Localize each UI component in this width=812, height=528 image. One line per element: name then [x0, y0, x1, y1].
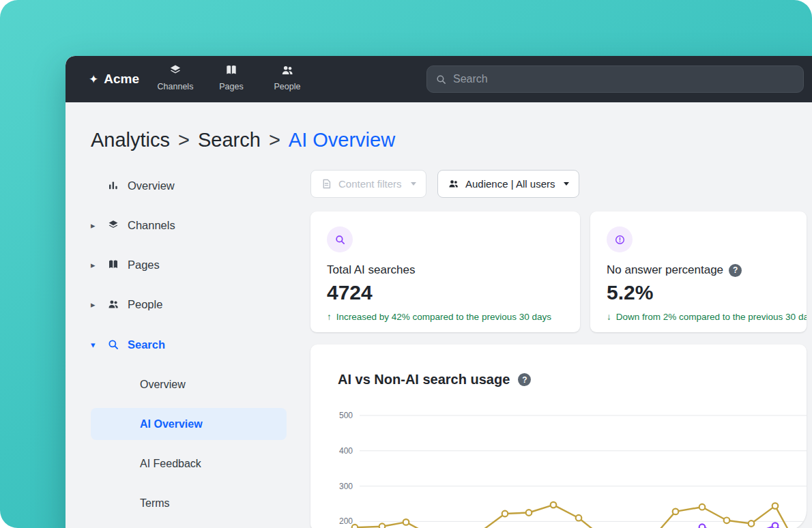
stat-trend: ↑ Increased by 42% compared to the previ…: [327, 312, 564, 322]
book-icon: [224, 63, 238, 80]
page: ✦ Acme Channels Pages People: [0, 0, 812, 528]
gold-series-marker: [403, 519, 409, 525]
y-tick-label: 300: [339, 482, 353, 491]
sidebar-item-label: Channels: [128, 219, 175, 232]
sidebar-item-people[interactable]: ▸ People: [91, 289, 287, 320]
breadcrumb-search[interactable]: Search: [198, 129, 261, 151]
y-tick-label: 500: [339, 411, 353, 420]
nav-item-label: Pages: [219, 82, 243, 91]
nav-item-label: People: [274, 82, 301, 91]
sidebar-subitem-terms[interactable]: Terms: [91, 487, 287, 519]
gold-series-marker: [352, 525, 358, 528]
caret-right-icon[interactable]: ▸: [91, 220, 107, 231]
sidebar-item-label: Search: [128, 338, 165, 351]
purple-series-marker: [772, 523, 779, 528]
book-icon: [107, 259, 128, 271]
subitem-label: AI Overview: [140, 418, 203, 430]
stat-value: 4724: [327, 281, 564, 304]
caret-right-icon[interactable]: ▸: [91, 260, 107, 270]
sidebar-item-overview[interactable]: Overview: [91, 170, 287, 201]
people-icon: [107, 298, 128, 310]
y-tick-label: 400: [339, 446, 353, 456]
subitem-label: Overview: [140, 379, 186, 391]
caret-right-icon[interactable]: ▸: [91, 299, 107, 310]
top-navbar: ✦ Acme Channels Pages People: [66, 56, 812, 102]
people-icon: [448, 178, 459, 190]
caret-down-icon[interactable]: ▾: [91, 340, 107, 350]
search-input[interactable]: [453, 73, 795, 85]
nav-item-people[interactable]: People: [262, 63, 313, 91]
audience-label: Audience | All users: [465, 178, 555, 190]
stat-card-no-answer-percentage: No answer percentage ? 5.2% ↓ Down from …: [590, 211, 807, 332]
arrow-down-icon: ↓: [607, 312, 611, 322]
search-icon: [107, 338, 128, 351]
chart-title: AI vs Non-AI search usage: [338, 372, 510, 387]
navbar-search: [426, 65, 804, 93]
content-filters-dropdown[interactable]: Content filters: [310, 170, 426, 198]
stat-card-total-ai-searches: Total AI searches 4724 ↑ Increased by 42…: [310, 211, 580, 332]
gold-series-marker: [772, 503, 779, 509]
alert-circle-icon: [607, 226, 633, 252]
sidebar-subitem-overview[interactable]: Overview: [91, 368, 287, 400]
stat-value: 5.2%: [607, 281, 790, 304]
people-icon: [280, 63, 294, 80]
gold-series-marker: [502, 511, 508, 517]
app-window: ✦ Acme Channels Pages People: [66, 56, 812, 528]
gold-series-marker: [526, 510, 532, 516]
layers-icon: [169, 63, 182, 80]
bar-chart-icon: [107, 179, 128, 192]
gold-series-marker: [576, 515, 582, 521]
arrow-up-icon: ↑: [327, 312, 332, 322]
help-icon[interactable]: ?: [518, 373, 531, 386]
sidebar-item-label: Overview: [128, 179, 175, 192]
sidebar-item-pages[interactable]: ▸ Pages: [91, 249, 287, 280]
stat-title: Total AI searches: [327, 263, 415, 277]
gold-series-marker: [699, 504, 706, 510]
chevron-down-icon: [564, 182, 569, 186]
breadcrumb-separator: >: [178, 129, 190, 151]
search-icon: [435, 74, 447, 85]
sidebar-subitem-ai-feedback[interactable]: AI Feedback: [91, 448, 287, 480]
nav-item-label: Channels: [158, 82, 194, 91]
sidebar-item-search[interactable]: ▾ Search: [91, 329, 287, 360]
chart-card: 500400300200 AI vs Non-AI search usage ?: [310, 344, 807, 528]
breadcrumb: Analytics > Search > AI Overview: [91, 129, 395, 151]
gold-series-marker: [749, 520, 755, 527]
audience-dropdown[interactable]: Audience | All users: [437, 170, 579, 198]
sparkle-icon: ✦: [89, 72, 98, 87]
breadcrumb-current: AI Overview: [289, 129, 395, 151]
logo-text: Acme: [104, 72, 139, 87]
layers-icon: [107, 219, 128, 231]
sidebar-item-label: People: [128, 298, 162, 311]
nav-item-pages[interactable]: Pages: [206, 63, 257, 91]
nav-item-channels[interactable]: Channels: [150, 63, 201, 91]
breadcrumb-separator: >: [269, 129, 280, 151]
document-icon: [321, 178, 332, 190]
breadcrumb-analytics[interactable]: Analytics: [91, 129, 170, 151]
stat-title: No answer percentage: [607, 263, 723, 277]
purple-series-marker: [699, 524, 706, 528]
content-filters-label: Content filters: [338, 178, 402, 190]
gold-series-line: [355, 505, 789, 528]
subitem-label: Terms: [140, 497, 170, 510]
chevron-down-icon: [411, 182, 416, 186]
help-icon[interactable]: ?: [729, 264, 742, 277]
acme-logo[interactable]: ✦ Acme: [89, 56, 139, 102]
gold-series-marker: [551, 502, 557, 508]
sidebar-item-channels[interactable]: ▸ Channels: [91, 209, 287, 241]
search-icon: [327, 226, 353, 252]
sidebar-item-label: Pages: [128, 259, 160, 272]
gold-series-marker: [379, 523, 386, 528]
gold-series-marker: [673, 509, 679, 515]
sidebar-subitem-ai-overview[interactable]: AI Overview: [91, 408, 287, 440]
stat-trend: ↓ Down from 2% compared to the previous …: [607, 312, 790, 322]
subitem-label: AI Feedback: [140, 458, 201, 470]
y-tick-label: 200: [339, 516, 353, 526]
gold-series-marker: [724, 518, 730, 524]
